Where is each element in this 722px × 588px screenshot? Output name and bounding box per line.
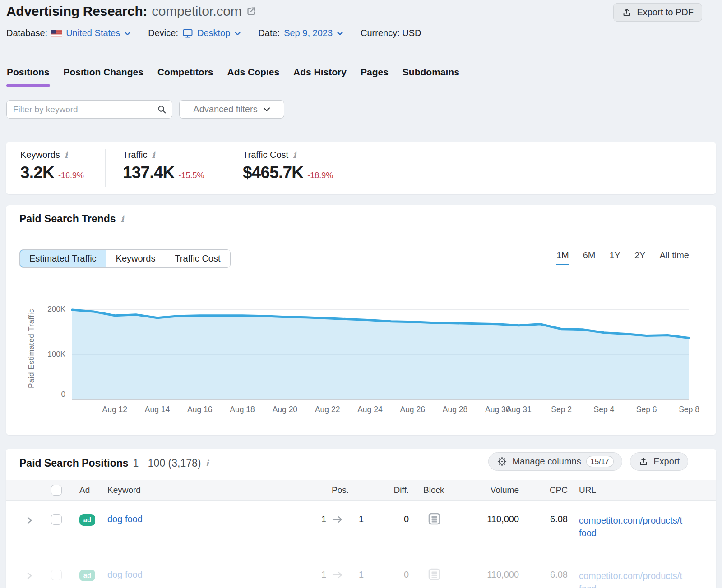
manage-columns-button[interactable]: Manage columns 15/17 xyxy=(488,452,622,471)
positions-card-header: Paid Search Positions 1 - 100 (3,178) i xyxy=(19,457,209,469)
row-checkbox[interactable] xyxy=(51,570,62,580)
x-tick-label: Aug 22 xyxy=(315,405,340,414)
info-icon[interactable]: i xyxy=(152,151,155,159)
arrow-right-icon xyxy=(332,515,343,524)
upload-icon xyxy=(639,457,648,467)
tab-ads-copies[interactable]: Ads Copies xyxy=(227,65,280,86)
range-tab-1y[interactable]: 1Y xyxy=(609,250,620,265)
metric-tab-label: Traffic Cost xyxy=(175,253,220,264)
range-tab-6m[interactable]: 6M xyxy=(583,250,596,265)
tab-label: Position Changes xyxy=(64,67,143,77)
info-icon[interactable]: i xyxy=(293,151,296,159)
select-all-checkbox[interactable] xyxy=(51,485,62,496)
block-ad-icon[interactable] xyxy=(428,568,440,580)
export-to-pdf-button[interactable]: Export to PDF xyxy=(613,3,702,22)
table-row: ad dog food 1 1 0 110,000 6.08 competito… xyxy=(6,556,716,588)
position-diff: 0 xyxy=(380,570,409,580)
url-link[interactable]: competitor.com/products/t food xyxy=(579,514,699,539)
tab-label: Pages xyxy=(361,67,389,77)
stat-change: -15.5% xyxy=(179,171,204,180)
trends-card-header: Paid Search Trends i xyxy=(6,205,716,233)
column-header-block: Block xyxy=(423,485,444,495)
x-tick-label: Sep 2 xyxy=(551,405,572,414)
manage-columns-label: Manage columns xyxy=(512,456,581,467)
x-tick-label: Aug 31 xyxy=(506,405,531,414)
stat-value: 3.2K xyxy=(20,163,54,182)
tab-competitors[interactable]: Competitors xyxy=(157,65,214,86)
positions-range: 1 - 100 (3,178) xyxy=(133,457,201,469)
cpc-value: 6.08 xyxy=(532,514,568,524)
url-link[interactable]: competitor.com/products/t food xyxy=(579,570,699,588)
range-tab-1m[interactable]: 1M xyxy=(556,250,569,265)
stat-change: -18.9% xyxy=(307,171,333,180)
info-icon[interactable]: i xyxy=(205,459,208,468)
search-volume: 110,000 xyxy=(465,570,519,580)
stat-label: Keywords xyxy=(20,150,60,160)
tab-subdomains[interactable]: Subdomains xyxy=(402,65,460,86)
report-filters: Database: United States Device: Desktop … xyxy=(6,28,421,38)
trend-area-svg xyxy=(72,298,689,400)
database-label: Database: xyxy=(6,28,47,38)
column-header-diff: Diff. xyxy=(380,485,409,495)
external-link-icon[interactable] xyxy=(246,6,257,17)
advertising-research-page: { "page": { "title_prefix": "Advertising… xyxy=(0,0,722,588)
row-expander-chevron-icon[interactable] xyxy=(26,516,33,525)
x-tick-label: Aug 28 xyxy=(443,405,467,414)
metric-tab-keywords[interactable]: Keywords xyxy=(106,250,166,267)
block-ad-icon[interactable] xyxy=(428,513,440,525)
search-button[interactable] xyxy=(152,101,172,118)
keyword-link[interactable]: dog food xyxy=(107,514,143,524)
chevron-down-icon xyxy=(234,31,241,36)
paid-search-trends-card: Paid Search Trends i Estimated Traffic K… xyxy=(6,205,716,435)
desktop-monitor-icon xyxy=(182,28,193,38)
table-export-button[interactable]: Export xyxy=(630,452,688,471)
page-title: Advertising Research: competitor.com xyxy=(6,4,257,19)
advanced-filters-button[interactable]: Advanced filters xyxy=(179,100,284,119)
metric-tab-label: Estimated Traffic xyxy=(29,253,97,264)
info-icon[interactable]: i xyxy=(65,151,68,159)
x-tick-label: Aug 16 xyxy=(187,405,212,414)
keyword-filter-input[interactable] xyxy=(7,101,152,118)
chevron-down-icon xyxy=(337,31,343,36)
tab-ads-history[interactable]: Ads History xyxy=(293,65,347,86)
database-selector[interactable]: Database: United States xyxy=(6,28,131,38)
trend-chart: 200K 100K 0 Paid Estimated Traffic Aug 1… xyxy=(72,298,689,400)
keyword-filter-group xyxy=(6,100,172,119)
stat-label: Traffic Cost xyxy=(243,150,288,160)
column-header-url: URL xyxy=(579,485,596,495)
range-tab-label: 2Y xyxy=(634,250,645,260)
chevron-down-icon xyxy=(124,31,131,36)
database-value: United States xyxy=(66,28,120,38)
date-selector[interactable]: Date: Sep 9, 2023 xyxy=(258,28,343,38)
range-tab-label: 1M xyxy=(556,250,569,260)
tab-label: Competitors xyxy=(157,67,213,77)
metric-toggle-group: Estimated Traffic Keywords Traffic Cost xyxy=(19,249,231,268)
keyword-link[interactable]: dog food xyxy=(107,570,143,580)
row-expander-chevron-icon[interactable] xyxy=(26,571,33,580)
tab-positions[interactable]: Positions xyxy=(6,65,50,86)
paid-search-positions-card: Paid Search Positions 1 - 100 (3,178) i xyxy=(6,449,716,588)
ad-badge: ad xyxy=(79,514,95,526)
stat-keywords: Keywordsi 3.2K-16.9% xyxy=(20,150,84,182)
arrow-right-icon xyxy=(332,571,343,579)
metric-tab-traffic-cost[interactable]: Traffic Cost xyxy=(165,250,230,267)
info-icon[interactable]: i xyxy=(120,215,124,223)
tab-pages[interactable]: Pages xyxy=(360,65,389,86)
tab-label: Ads History xyxy=(293,67,347,77)
date-value: Sep 9, 2023 xyxy=(284,28,333,38)
divider xyxy=(105,149,106,187)
divider xyxy=(225,149,225,187)
tab-label: Ads Copies xyxy=(227,67,280,77)
active-tab-underline xyxy=(6,84,50,87)
range-tab-all-time[interactable]: All time xyxy=(659,250,689,265)
us-flag-icon xyxy=(51,30,62,37)
row-checkbox[interactable] xyxy=(51,514,62,525)
page-title-prefix: Advertising Research: xyxy=(6,4,147,19)
tab-position-changes[interactable]: Position Changes xyxy=(63,65,144,86)
range-tab-label: 1Y xyxy=(609,250,620,260)
keyword-filter-bar: Advanced filters xyxy=(6,100,284,119)
device-label: Device: xyxy=(148,28,178,38)
metric-tab-estimated-traffic[interactable]: Estimated Traffic xyxy=(20,250,106,267)
range-tab-2y[interactable]: 2Y xyxy=(634,250,645,265)
device-selector[interactable]: Device: Desktop xyxy=(148,28,241,38)
